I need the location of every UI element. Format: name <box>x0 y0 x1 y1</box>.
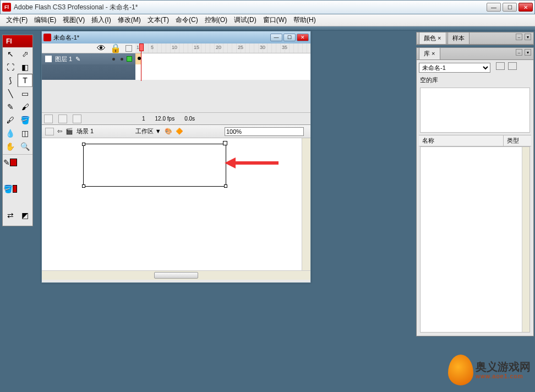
close-button[interactable]: ✕ <box>518 3 533 12</box>
rect-tool[interactable]: ▭ <box>18 87 32 100</box>
workarea-dropdown[interactable]: 工作区 ▼ <box>135 127 161 135</box>
minimize-button[interactable]: — <box>487 3 501 12</box>
playhead[interactable] <box>139 43 144 80</box>
tab-close-icon[interactable]: × <box>438 35 441 41</box>
menu-commands[interactable]: 命令(C) <box>172 14 201 26</box>
layer-row[interactable]: 图层 1 ✎ <box>42 53 135 64</box>
back-icon[interactable]: ⇦ <box>57 128 62 135</box>
frames-area[interactable] <box>135 53 310 80</box>
layer-color-swatch <box>127 56 132 62</box>
ruler-mark: 30 <box>260 45 265 50</box>
fill-color[interactable]: 🪣 <box>3 182 18 195</box>
library-list[interactable] <box>420 146 530 333</box>
scene-icon: 🎬 <box>65 128 73 135</box>
new-folder-button[interactable] <box>58 115 67 123</box>
stage-hscrollbar[interactable] <box>42 270 310 280</box>
library-col-name[interactable]: 名称 <box>419 135 504 146</box>
app-title: Adobe Flash CS3 Professional - 未命名-1* <box>14 3 487 12</box>
timeline-footer: 1 12.0 fps 0.0s <box>42 112 310 124</box>
eraser-tool[interactable]: ◫ <box>18 127 32 140</box>
panel-menu-button[interactable]: ▾ <box>525 49 531 56</box>
palette-icon[interactable]: 🎨 <box>165 128 172 135</box>
current-frame: 1 <box>142 116 145 122</box>
doc-minimize-button[interactable]: — <box>270 34 282 41</box>
maximize-button[interactable]: ☐ <box>503 3 517 12</box>
pencil-tool[interactable]: ✎ <box>3 100 18 113</box>
new-layer-button[interactable] <box>44 115 53 123</box>
menu-control[interactable]: 控制(O) <box>201 14 231 26</box>
panel-menu-button[interactable]: ▾ <box>525 34 531 40</box>
lasso-tool[interactable]: ⟆ <box>3 74 18 87</box>
ruler-mark: 10 <box>172 45 177 50</box>
resize-handle[interactable] <box>82 143 85 146</box>
layer-header-icons: 👁 🔒 <box>42 43 135 53</box>
tab-close-icon[interactable]: × <box>432 50 435 57</box>
swap-colors[interactable]: ⇄ <box>3 209 18 222</box>
new-library-icon[interactable] <box>508 62 517 70</box>
menu-file[interactable]: 文件(F) <box>3 14 31 26</box>
paint-bucket-tool[interactable]: 🪣 <box>18 113 32 127</box>
delete-layer-button[interactable] <box>73 115 81 123</box>
edit-scene-icon[interactable] <box>45 128 54 135</box>
menu-help[interactable]: 帮助(H) <box>290 14 319 26</box>
document-title: 未命名-1* <box>53 34 270 42</box>
eye-icon[interactable]: 👁 <box>97 43 106 53</box>
doc-close-button[interactable]: ✕ <box>297 34 309 41</box>
app-titlebar: Fl Adobe Flash CS3 Professional - 未命名-1*… <box>0 0 535 14</box>
default-colors[interactable]: ◩ <box>18 209 32 222</box>
hand-tool[interactable]: ✋ <box>3 140 18 153</box>
menu-modify[interactable]: 修改(M) <box>114 14 144 26</box>
watermark-text: 奥义游戏网 <box>476 361 531 373</box>
panel-collapse-button[interactable]: – <box>516 34 522 40</box>
stage-vscrollbar[interactable] <box>302 138 310 270</box>
menu-window[interactable]: 窗口(W) <box>260 14 290 26</box>
tools-panel: Fl ↖ ⬀ ⛶ ◧ ⟆ T ╲ ▭ ✎ 🖌 🖋 🪣 💧 ◫ ✋ 🔍 ✎ 🪣 ⇄… <box>2 35 33 226</box>
doc-maximize-button[interactable]: ☐ <box>283 34 296 41</box>
line-tool[interactable]: ╲ <box>3 87 18 100</box>
frame-ruler[interactable]: 1 5 10 15 20 25 30 35 <box>135 43 310 53</box>
menu-insert[interactable]: 插入(I) <box>88 14 114 26</box>
library-panel: 库 × –▾ 未命名-1 空的库 名称 类型 <box>416 47 534 336</box>
gradient-tool[interactable]: ◧ <box>18 61 32 74</box>
document-window: 未命名-1* — ☐ ✕ 👁 🔒 1 5 10 15 20 25 30 35 <box>41 31 311 283</box>
edit-bar: ⇦ 🎬 场景 1 工作区 ▼ 🎨 🔶 <box>42 125 310 138</box>
scene-label[interactable]: 场景 1 <box>77 127 94 135</box>
zoom-tool[interactable]: 🔍 <box>18 140 32 153</box>
eyedropper-tool[interactable]: 💧 <box>3 127 18 140</box>
time-display: 0.0s <box>184 116 195 122</box>
selection-tool[interactable]: ↖ <box>3 47 18 61</box>
free-transform-tool[interactable]: ⛶ <box>3 61 18 74</box>
ink-tool[interactable]: 🖋 <box>3 113 18 127</box>
stroke-color[interactable]: ✎ <box>3 156 18 169</box>
library-status: 空的库 <box>419 73 531 88</box>
symbol-icon[interactable]: 🔶 <box>176 128 183 135</box>
library-doc-select[interactable]: 未命名-1 <box>419 63 490 73</box>
menu-debug[interactable]: 调试(D) <box>231 14 260 26</box>
brush-tool[interactable]: 🖌 <box>18 100 32 113</box>
text-field-object[interactable] <box>83 144 226 187</box>
stage[interactable] <box>42 138 310 270</box>
resize-handle[interactable] <box>223 141 227 145</box>
menu-edit[interactable]: 编辑(E) <box>31 14 59 26</box>
pin-icon[interactable] <box>496 62 505 70</box>
library-vscrollbar[interactable] <box>522 147 529 332</box>
ruler-mark: 20 <box>216 45 221 50</box>
resize-handle[interactable] <box>224 184 227 188</box>
text-tool[interactable]: T <box>18 74 32 87</box>
document-icon <box>43 34 51 41</box>
menu-view[interactable]: 视图(V) <box>59 14 88 26</box>
document-titlebar[interactable]: 未命名-1* — ☐ ✕ <box>42 31 310 43</box>
library-col-type[interactable]: 类型 <box>504 135 531 146</box>
panel-collapse-button[interactable]: – <box>516 49 522 56</box>
swatch-tab[interactable]: 样本 <box>447 32 470 44</box>
menubar: 文件(F) 编辑(E) 视图(V) 插入(I) 修改(M) 文本(T) 命令(C… <box>0 14 535 26</box>
menu-text[interactable]: 文本(T) <box>144 14 172 26</box>
layer-icon <box>45 56 52 62</box>
zoom-combo[interactable] <box>225 127 304 136</box>
resize-handle[interactable] <box>82 184 85 188</box>
library-tab[interactable]: 库 × <box>419 47 440 59</box>
outline-icon[interactable] <box>125 45 132 52</box>
lock-icon[interactable]: 🔒 <box>110 43 121 53</box>
subselect-tool[interactable]: ⬀ <box>18 47 32 61</box>
color-tab[interactable]: 颜色 × <box>419 32 446 44</box>
